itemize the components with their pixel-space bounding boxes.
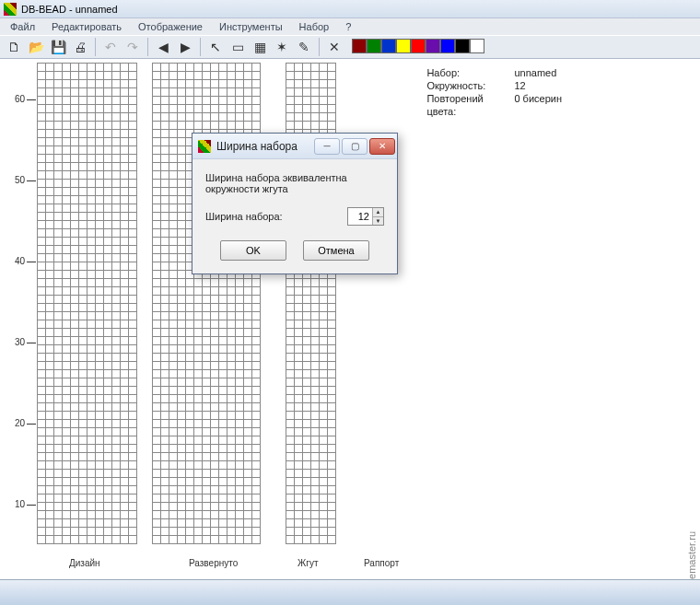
ruler-mark: 40: [15, 256, 25, 266]
maximize-button[interactable]: ▢: [342, 138, 368, 155]
taskbar: [0, 579, 700, 605]
cancel-button[interactable]: Отмена: [303, 240, 369, 261]
app-icon: [4, 3, 17, 16]
dialog-field-label: Ширина набора:: [205, 211, 347, 222]
palette-swatch-2[interactable]: [381, 39, 396, 53]
ruler-mark: 60: [15, 94, 25, 104]
dialog-body: Ширина набора эквивалентна окружности жг…: [192, 159, 397, 235]
toolbar: 🗋 📂 💾 🖨 ↶ ↷ ◀ ▶ ↖ ▭ ▦ ✶ ✎ ✕: [0, 35, 700, 59]
app-title: DB-BEAD - unnamed: [21, 4, 118, 15]
dialog-titlebar[interactable]: Ширина набора ─ ▢ ✕: [192, 134, 397, 159]
ruler-mark: 20: [15, 418, 25, 428]
dialog-title: Ширина набора: [216, 140, 312, 153]
menu-set[interactable]: Набор: [292, 19, 337, 34]
palette-swatch-4[interactable]: [411, 39, 426, 53]
palette-swatch-7[interactable]: [455, 39, 470, 53]
rotate-left-icon[interactable]: ◀: [153, 37, 173, 57]
dialog-icon: [198, 140, 211, 153]
color-palette: [352, 39, 484, 55]
menu-file[interactable]: Файл: [3, 19, 42, 34]
pipette-icon[interactable]: ✎: [294, 37, 314, 57]
menu-tools[interactable]: Инструменты: [212, 19, 290, 34]
minimize-button[interactable]: ─: [314, 138, 340, 155]
label-expanded: Развернуто: [189, 558, 238, 568]
menubar: Файл Редактировать Отображение Инструмен…: [0, 18, 700, 35]
palette-swatch-3[interactable]: [396, 39, 411, 53]
spin-down-icon[interactable]: ▼: [372, 217, 383, 226]
grid-design[interactable]: [37, 63, 137, 544]
print-icon[interactable]: 🖨: [70, 37, 90, 57]
palette-swatch-6[interactable]: [440, 39, 455, 53]
undo-icon: ↶: [100, 37, 121, 57]
redo-icon: ↷: [122, 37, 143, 57]
wand-icon[interactable]: ✶: [272, 37, 292, 57]
info-rep-label: Повторений цвета:: [426, 92, 514, 118]
open-icon[interactable]: 📂: [26, 37, 46, 57]
ruler-mark: 50: [15, 175, 25, 185]
width-dialog: Ширина набора ─ ▢ ✕ Ширина набора эквива…: [192, 133, 398, 274]
palette-swatch-0[interactable]: [352, 39, 367, 53]
palette-swatch-1[interactable]: [367, 39, 381, 53]
info-set-value: unnamed: [514, 66, 556, 79]
menu-help[interactable]: ?: [338, 19, 358, 34]
info-circ-label: Окружность:: [426, 79, 514, 92]
width-input[interactable]: [348, 208, 372, 225]
separator: [95, 38, 96, 56]
label-rope: Жгут: [298, 558, 318, 568]
ruler-mark: 30: [15, 337, 25, 347]
info-panel: Набор:unnamed Окружность:12 Повторений ц…: [426, 66, 562, 118]
info-rep-value: 0 бисерин: [514, 92, 562, 118]
pointer-icon[interactable]: ↖: [205, 37, 226, 57]
ruler-mark: 10: [15, 499, 25, 509]
dialog-description: Ширина набора эквивалентна окружности жг…: [205, 172, 384, 194]
titlebar: DB-BEAD - unnamed: [0, 0, 700, 18]
ok-button[interactable]: OK: [220, 240, 286, 261]
menu-view[interactable]: Отображение: [131, 19, 210, 34]
ruler: 605040302010: [0, 59, 28, 579]
close-button[interactable]: ✕: [369, 138, 395, 155]
label-design: Дизайн: [69, 558, 100, 568]
save-icon[interactable]: 💾: [48, 37, 68, 57]
palette-swatch-8[interactable]: [470, 39, 484, 53]
info-set-label: Набор:: [426, 66, 514, 79]
label-rapport: Раппорт: [364, 558, 399, 568]
separator: [319, 38, 320, 56]
width-spinner: ▲ ▼: [347, 207, 384, 226]
select-icon[interactable]: ▭: [228, 37, 248, 57]
rotate-right-icon[interactable]: ▶: [175, 37, 195, 57]
new-icon[interactable]: 🗋: [4, 37, 24, 57]
fill-icon[interactable]: ▦: [250, 37, 270, 57]
menu-edit[interactable]: Редактировать: [44, 19, 129, 34]
info-circ-value: 12: [514, 79, 525, 92]
spin-up-icon[interactable]: ▲: [372, 208, 383, 217]
clear-icon[interactable]: ✕: [324, 37, 344, 57]
palette-swatch-5[interactable]: [426, 39, 440, 53]
separator: [200, 38, 201, 56]
separator: [147, 38, 148, 56]
